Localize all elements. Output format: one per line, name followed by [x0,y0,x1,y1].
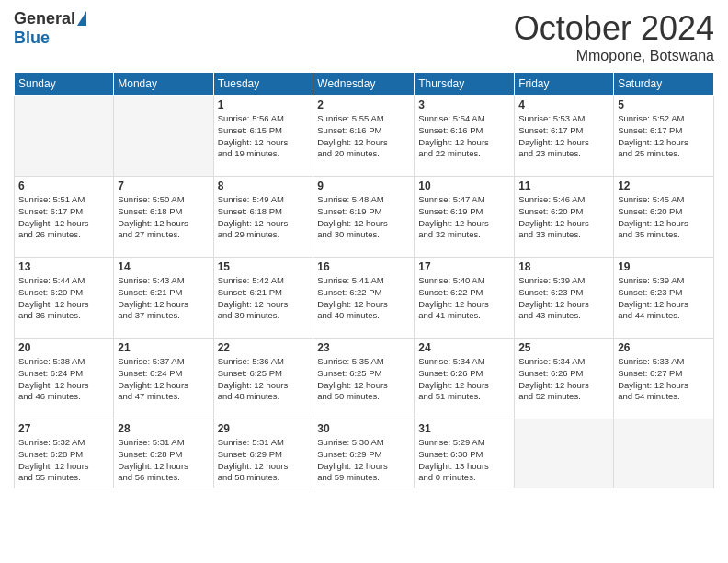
day-info: Sunrise: 5:37 AM Sunset: 6:24 PM Dayligh… [118,356,209,403]
day-number: 19 [618,260,710,273]
day-number: 10 [418,179,510,192]
day-number: 23 [317,341,410,354]
day-number: 9 [317,179,410,192]
day-number: 6 [18,179,109,192]
calendar-header-thursday: Thursday [415,73,515,96]
day-info: Sunrise: 5:34 AM Sunset: 6:26 PM Dayligh… [418,356,510,403]
day-info: Sunrise: 5:44 AM Sunset: 6:20 PM Dayligh… [18,275,109,322]
day-number: 12 [618,179,710,192]
month-title: October 2024 [514,9,714,48]
calendar-day-cell: 17Sunrise: 5:40 AM Sunset: 6:22 PM Dayli… [415,258,515,339]
calendar-header-tuesday: Tuesday [213,73,313,96]
day-number: 2 [317,98,410,111]
day-number: 17 [418,260,510,273]
day-info: Sunrise: 5:30 AM Sunset: 6:29 PM Dayligh… [317,437,410,484]
day-number: 31 [418,422,510,435]
calendar-day-cell: 21Sunrise: 5:37 AM Sunset: 6:24 PM Dayli… [114,339,213,419]
day-number: 13 [18,260,109,273]
day-info: Sunrise: 5:33 AM Sunset: 6:27 PM Dayligh… [618,356,710,403]
calendar-week-row: 27Sunrise: 5:32 AM Sunset: 6:28 PM Dayli… [15,419,714,488]
day-number: 14 [118,260,209,273]
calendar-day-cell [614,419,714,488]
day-number: 4 [518,98,609,111]
calendar-day-cell: 22Sunrise: 5:36 AM Sunset: 6:25 PM Dayli… [213,339,313,419]
day-info: Sunrise: 5:36 AM Sunset: 6:25 PM Dayligh… [218,356,310,403]
day-number: 25 [518,341,609,354]
calendar-week-row: 1Sunrise: 5:56 AM Sunset: 6:15 PM Daylig… [15,96,714,177]
calendar-day-cell: 27Sunrise: 5:32 AM Sunset: 6:28 PM Dayli… [15,419,114,488]
calendar-header-friday: Friday [515,73,614,96]
calendar-day-cell: 29Sunrise: 5:31 AM Sunset: 6:29 PM Dayli… [213,419,313,488]
day-info: Sunrise: 5:56 AM Sunset: 6:15 PM Dayligh… [218,113,310,160]
calendar-day-cell: 12Sunrise: 5:45 AM Sunset: 6:20 PM Dayli… [614,177,714,258]
day-number: 27 [18,422,109,435]
day-info: Sunrise: 5:42 AM Sunset: 6:21 PM Dayligh… [218,275,310,322]
day-number: 5 [618,98,710,111]
day-info: Sunrise: 5:48 AM Sunset: 6:19 PM Dayligh… [317,194,410,241]
header: General Blue October 2024 Mmopone, Botsw… [14,9,714,64]
calendar-day-cell: 14Sunrise: 5:43 AM Sunset: 6:21 PM Dayli… [114,258,213,339]
calendar-day-cell: 15Sunrise: 5:42 AM Sunset: 6:21 PM Dayli… [213,258,313,339]
calendar-table: SundayMondayTuesdayWednesdayThursdayFrid… [14,72,714,488]
day-info: Sunrise: 5:39 AM Sunset: 6:23 PM Dayligh… [518,275,609,322]
day-info: Sunrise: 5:34 AM Sunset: 6:26 PM Dayligh… [518,356,609,403]
day-info: Sunrise: 5:43 AM Sunset: 6:21 PM Dayligh… [118,275,209,322]
calendar-day-cell: 19Sunrise: 5:39 AM Sunset: 6:23 PM Dayli… [614,258,714,339]
calendar-day-cell: 16Sunrise: 5:41 AM Sunset: 6:22 PM Dayli… [313,258,415,339]
day-number: 1 [218,98,310,111]
calendar-day-cell: 7Sunrise: 5:50 AM Sunset: 6:18 PM Daylig… [114,177,213,258]
calendar-header-row: SundayMondayTuesdayWednesdayThursdayFrid… [15,73,714,96]
logo-blue-text: Blue [14,29,50,48]
calendar-week-row: 13Sunrise: 5:44 AM Sunset: 6:20 PM Dayli… [15,258,714,339]
calendar-header-monday: Monday [114,73,213,96]
calendar-day-cell: 25Sunrise: 5:34 AM Sunset: 6:26 PM Dayli… [515,339,614,419]
calendar-day-cell: 4Sunrise: 5:53 AM Sunset: 6:17 PM Daylig… [515,96,614,177]
day-info: Sunrise: 5:31 AM Sunset: 6:28 PM Dayligh… [118,437,209,484]
day-info: Sunrise: 5:45 AM Sunset: 6:20 PM Dayligh… [618,194,710,241]
logo: General Blue [14,9,86,48]
calendar-week-row: 20Sunrise: 5:38 AM Sunset: 6:24 PM Dayli… [15,339,714,419]
day-info: Sunrise: 5:31 AM Sunset: 6:29 PM Dayligh… [218,437,310,484]
calendar-day-cell: 11Sunrise: 5:46 AM Sunset: 6:20 PM Dayli… [515,177,614,258]
calendar-header-wednesday: Wednesday [313,73,415,96]
day-number: 11 [518,179,609,192]
calendar-week-row: 6Sunrise: 5:51 AM Sunset: 6:17 PM Daylig… [15,177,714,258]
day-info: Sunrise: 5:54 AM Sunset: 6:16 PM Dayligh… [418,113,510,160]
day-number: 21 [118,341,209,354]
day-number: 7 [118,179,209,192]
calendar-day-cell: 30Sunrise: 5:30 AM Sunset: 6:29 PM Dayli… [313,419,415,488]
calendar-day-cell: 3Sunrise: 5:54 AM Sunset: 6:16 PM Daylig… [415,96,515,177]
day-info: Sunrise: 5:55 AM Sunset: 6:16 PM Dayligh… [317,113,410,160]
calendar-day-cell [15,96,114,177]
calendar-day-cell [515,419,614,488]
logo-triangle-icon [77,11,86,26]
calendar-day-cell: 8Sunrise: 5:49 AM Sunset: 6:18 PM Daylig… [213,177,313,258]
day-info: Sunrise: 5:52 AM Sunset: 6:17 PM Dayligh… [618,113,710,160]
day-info: Sunrise: 5:46 AM Sunset: 6:20 PM Dayligh… [518,194,609,241]
day-number: 18 [518,260,609,273]
day-number: 20 [18,341,109,354]
calendar-day-cell: 18Sunrise: 5:39 AM Sunset: 6:23 PM Dayli… [515,258,614,339]
calendar-day-cell: 31Sunrise: 5:29 AM Sunset: 6:30 PM Dayli… [415,419,515,488]
day-info: Sunrise: 5:38 AM Sunset: 6:24 PM Dayligh… [18,356,109,403]
calendar-day-cell: 24Sunrise: 5:34 AM Sunset: 6:26 PM Dayli… [415,339,515,419]
day-number: 26 [618,341,710,354]
calendar-header-sunday: Sunday [15,73,114,96]
day-info: Sunrise: 5:47 AM Sunset: 6:19 PM Dayligh… [418,194,510,241]
day-info: Sunrise: 5:53 AM Sunset: 6:17 PM Dayligh… [518,113,609,160]
logo-general-text: General [14,9,75,29]
day-number: 29 [218,422,310,435]
calendar-day-cell: 9Sunrise: 5:48 AM Sunset: 6:19 PM Daylig… [313,177,415,258]
day-info: Sunrise: 5:40 AM Sunset: 6:22 PM Dayligh… [418,275,510,322]
day-info: Sunrise: 5:35 AM Sunset: 6:25 PM Dayligh… [317,356,410,403]
title-section: October 2024 Mmopone, Botswana [514,9,714,64]
day-number: 3 [418,98,510,111]
calendar-day-cell: 13Sunrise: 5:44 AM Sunset: 6:20 PM Dayli… [15,258,114,339]
day-info: Sunrise: 5:50 AM Sunset: 6:18 PM Dayligh… [118,194,209,241]
day-number: 15 [218,260,310,273]
calendar-day-cell: 10Sunrise: 5:47 AM Sunset: 6:19 PM Dayli… [415,177,515,258]
calendar-day-cell: 28Sunrise: 5:31 AM Sunset: 6:28 PM Dayli… [114,419,213,488]
day-number: 22 [218,341,310,354]
day-number: 28 [118,422,209,435]
day-number: 24 [418,341,510,354]
